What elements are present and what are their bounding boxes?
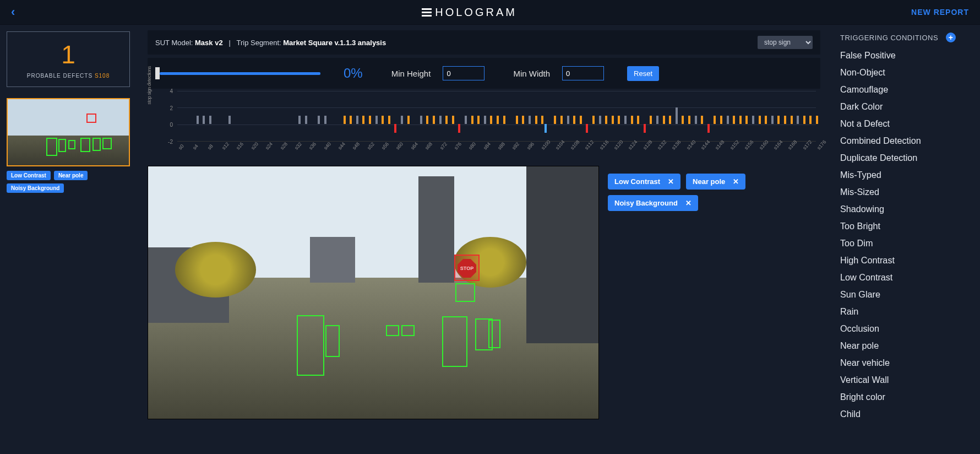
condition-item[interactable]: Mis-Sized: [840, 187, 971, 197]
thumb-tag[interactable]: Noisy Background: [7, 183, 64, 193]
chart-bar: [375, 116, 378, 124]
threshold-slider[interactable]: [155, 67, 320, 79]
chart-bar: [650, 116, 652, 124]
chart-bar: [401, 116, 403, 124]
x-tick: s60: [395, 141, 404, 150]
chart-bar: [407, 116, 410, 124]
chart-bar: [631, 116, 633, 124]
chart-bar: [465, 116, 467, 124]
reset-button[interactable]: Reset: [627, 66, 659, 81]
condition-item[interactable]: Sun Glare: [840, 289, 971, 300]
chart-bar: [567, 116, 569, 124]
y-tick: -2: [168, 139, 173, 145]
y-tick: 0: [170, 122, 173, 128]
chart-bar: [739, 116, 742, 124]
chart-bar: [656, 116, 658, 124]
chart-bar: [688, 116, 690, 124]
condition-item[interactable]: Low Contrast: [840, 272, 971, 283]
frame-viewer[interactable]: STOP: [148, 166, 599, 419]
applied-tag[interactable]: Noisy Background✕: [608, 195, 698, 211]
new-report-button[interactable]: NEW REPORT: [911, 8, 969, 17]
chart-bar: [203, 116, 205, 124]
condition-item[interactable]: Near pole: [840, 340, 971, 351]
condition-item[interactable]: Shadowing: [840, 204, 971, 214]
x-tick: s176: [816, 139, 827, 150]
chart-bar: [714, 116, 716, 124]
condition-item[interactable]: Rain: [840, 306, 971, 317]
condition-item[interactable]: Dark Color: [840, 101, 971, 112]
chart-bar: [707, 124, 710, 132]
defect-count: 1: [13, 42, 124, 67]
chart-bar: [803, 116, 805, 124]
chart-bar: [701, 116, 703, 124]
frame-thumbnail[interactable]: [7, 98, 130, 166]
x-tick: s76: [453, 141, 462, 150]
remove-tag-icon[interactable]: ✕: [733, 177, 739, 186]
condition-item[interactable]: Non-Object: [840, 67, 971, 78]
min-width-input[interactable]: [562, 66, 604, 80]
condition-item[interactable]: False Positive: [840, 50, 971, 61]
x-tick: s8: [206, 143, 214, 151]
chart-bar: [720, 116, 722, 124]
x-tick: s40: [323, 141, 332, 150]
chart-bar: [305, 116, 307, 124]
condition-item[interactable]: Too Bright: [840, 221, 971, 231]
chart-bar: [663, 116, 665, 124]
x-tick: s92: [511, 141, 520, 150]
thumb-tag[interactable]: Low Contrast: [7, 171, 51, 180]
condition-item[interactable]: Combined Detection: [840, 136, 971, 146]
chart-bar: [784, 116, 786, 124]
remove-tag-icon[interactable]: ✕: [668, 177, 674, 186]
chart-bar: [394, 124, 396, 132]
x-tick: s64: [410, 141, 419, 150]
threshold-percent: 0%: [344, 66, 363, 81]
chart-bar: [573, 116, 575, 124]
add-condition-button[interactable]: +: [946, 33, 956, 42]
chart-bar: [669, 116, 671, 124]
back-button[interactable]: ‹: [11, 5, 28, 19]
condition-item[interactable]: Mis-Typed: [840, 170, 971, 180]
applied-tag[interactable]: Low Contrast✕: [608, 174, 680, 190]
analysis-meta-bar: SUT Model: Mask v2 | Trip Segment: Marke…: [148, 30, 820, 55]
thumbnail-tags: Low ContrastNear poleNoisy Background: [7, 171, 130, 193]
chart-bar: [197, 116, 199, 124]
condition-item[interactable]: Occlusion: [840, 323, 971, 334]
min-width-label: Min Width: [513, 69, 550, 78]
x-tick: s96: [526, 141, 535, 150]
chart-bar: [445, 116, 448, 124]
condition-item[interactable]: High Contrast: [840, 255, 971, 266]
condition-item[interactable]: Duplicate Detection: [840, 153, 971, 163]
thumb-tag[interactable]: Near pole: [54, 171, 88, 180]
chart-bar: [477, 116, 480, 124]
applied-tag[interactable]: Near pole✕: [686, 174, 745, 190]
condition-item[interactable]: Vertical Wall: [840, 375, 971, 385]
remove-tag-icon[interactable]: ✕: [685, 199, 692, 207]
condition-item[interactable]: Too Dim: [840, 238, 971, 248]
chart-bar: [560, 116, 563, 124]
x-tick: s16: [235, 141, 244, 150]
chart-bar: [388, 116, 390, 124]
condition-item[interactable]: Child: [840, 409, 971, 419]
triggering-conditions-list: False PositiveNon-ObjectCamouflageDark C…: [840, 50, 971, 419]
x-tick: s72: [439, 141, 448, 150]
chart-bar: [535, 116, 537, 124]
x-tick: s44: [337, 141, 346, 150]
detections-chart[interactable]: stop sign detections -2024 s0s4s8s12s16s…: [150, 91, 818, 163]
y-tick: 4: [170, 88, 173, 94]
class-select[interactable]: stop sign: [758, 36, 813, 49]
chart-bar: [586, 124, 588, 132]
condition-item[interactable]: Camouflage: [840, 84, 971, 95]
chart-bar: [777, 116, 780, 124]
condition-item[interactable]: Near vehicle: [840, 358, 971, 368]
condition-item[interactable]: Bright color: [840, 392, 971, 402]
chart-bar: [682, 116, 684, 124]
min-height-input[interactable]: [443, 66, 484, 80]
chart-bar: [752, 116, 754, 124]
chart-bar: [545, 124, 547, 132]
chart-bar: [420, 116, 422, 124]
chart-bar: [791, 116, 793, 124]
chart-bar: [350, 116, 352, 124]
condition-item[interactable]: Not a Defect: [840, 118, 971, 129]
y-tick: 2: [170, 105, 173, 111]
x-tick: s48: [351, 141, 361, 150]
